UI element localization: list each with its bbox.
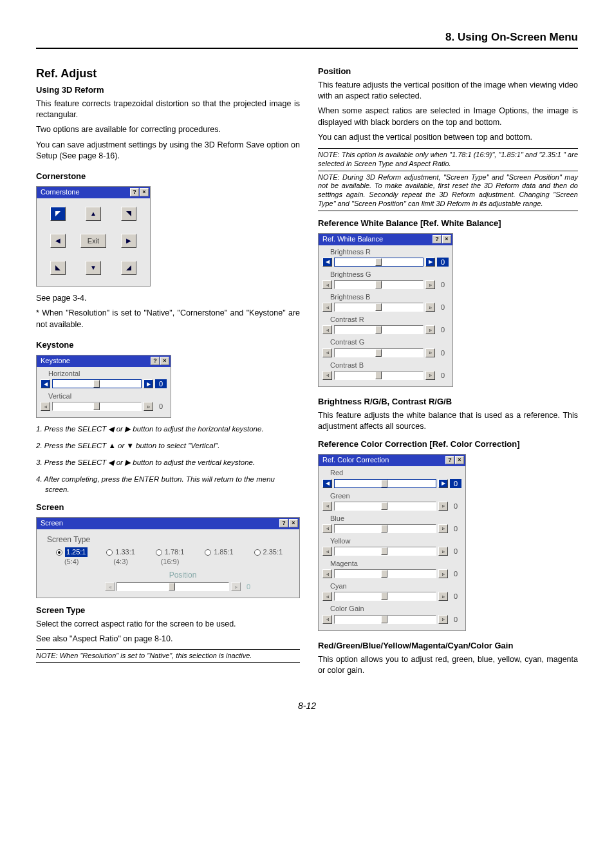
slider-track[interactable] (334, 615, 436, 624)
adjust-slider[interactable]: ◃▹0 (321, 303, 450, 314)
note-text: NOTE: This option is available only when… (318, 148, 578, 171)
slider-track[interactable] (334, 547, 436, 556)
corner-bottom-right-button[interactable] (121, 261, 136, 275)
radio-125[interactable]: 1.25:1(5:4) (47, 547, 96, 567)
arrow-right-icon: ▹ (231, 582, 241, 591)
dialog-title: Keystone (41, 356, 70, 366)
arrow-right-icon[interactable]: ▹ (425, 371, 435, 380)
arrow-left-icon[interactable]: ◃ (41, 402, 50, 411)
adjust-slider[interactable]: ◃▹0 (321, 524, 463, 536)
arrow-right-icon[interactable]: ▹ (425, 325, 435, 334)
arrow-left-icon[interactable]: ◀ (322, 479, 332, 488)
adjust-slider[interactable]: ◃▹0 (321, 547, 463, 558)
close-icon[interactable]: × (455, 456, 464, 464)
position-slider: ◃ ▹ 0 (47, 582, 293, 591)
close-icon[interactable]: × (140, 188, 149, 196)
slider-track[interactable] (334, 524, 436, 533)
help-icon[interactable]: ? (130, 188, 139, 196)
exit-button[interactable]: Exit (80, 234, 106, 248)
body-text: Select the correct aspect ratio for the … (36, 619, 300, 630)
slider-value: 0 (155, 402, 167, 411)
heading-position: Position (318, 66, 578, 77)
arrow-right-icon[interactable]: ▹ (438, 569, 448, 578)
instruction-list: 1. Press the SELECT ◀ or ▶ button to adj… (36, 424, 300, 495)
slider-track[interactable] (334, 371, 423, 380)
corner-bottom-left-button[interactable] (50, 261, 66, 275)
corner-top-left-button[interactable] (50, 207, 66, 221)
adjust-slider[interactable]: ◃▹0 (321, 615, 463, 627)
arrow-left-icon[interactable]: ◃ (322, 325, 332, 334)
vertical-slider[interactable]: ◃ ▹ 0 (39, 402, 168, 413)
slider-track[interactable] (334, 280, 423, 289)
arrow-left-icon[interactable]: ◀ (322, 258, 332, 267)
arrow-right-icon[interactable]: ▶ (425, 258, 435, 267)
arrow-left-icon[interactable]: ◃ (322, 280, 332, 289)
edge-bottom-button[interactable]: ▼ (86, 261, 101, 275)
arrow-left-icon[interactable]: ◃ (322, 547, 332, 556)
step: 2. Press the SELECT ▲ or ▼ button to sel… (36, 441, 300, 451)
slider-track (116, 582, 229, 591)
step: 4. After completing, press the ENTER but… (36, 475, 300, 495)
arrow-left-icon[interactable]: ◃ (322, 348, 332, 357)
arrow-right-icon[interactable]: ▹ (425, 348, 435, 357)
edge-left-button[interactable]: ◀ (50, 234, 66, 248)
close-icon[interactable]: × (160, 357, 169, 365)
slider-track[interactable] (334, 479, 436, 488)
arrow-right-icon[interactable]: ▶ (438, 479, 448, 488)
edge-top-button[interactable]: ▲ (86, 207, 101, 221)
slider-label: Contrast B (321, 360, 450, 371)
radio-235[interactable]: 2.35:1 (244, 547, 293, 567)
slider-label: Contrast R (321, 314, 450, 325)
arrow-left-icon[interactable]: ◃ (322, 592, 332, 601)
arrow-right-icon[interactable]: ▹ (425, 280, 435, 289)
arrow-right-icon[interactable]: ▹ (425, 303, 435, 312)
corner-top-right-button[interactable] (121, 207, 136, 221)
adjust-slider[interactable]: ◃▹0 (321, 502, 463, 513)
adjust-slider[interactable]: ◀▶0 (321, 258, 450, 269)
edge-right-button[interactable]: ▶ (121, 234, 136, 248)
close-icon[interactable]: × (289, 519, 298, 527)
arrow-right-icon[interactable]: ▹ (438, 547, 448, 556)
slider-track[interactable] (334, 303, 423, 312)
adjust-slider[interactable]: ◃▹0 (321, 371, 450, 382)
arrow-left-icon[interactable]: ◃ (322, 615, 332, 624)
help-icon[interactable]: ? (433, 235, 442, 243)
arrow-left-icon[interactable]: ◃ (322, 371, 332, 380)
adjust-slider[interactable]: ◃▹0 (321, 569, 463, 581)
radio-133[interactable]: 1.33:1(4:3) (96, 547, 145, 567)
arrow-right-icon[interactable]: ▹ (144, 402, 153, 411)
arrow-right-icon[interactable]: ▶ (144, 379, 153, 388)
arrow-right-icon[interactable]: ▹ (438, 502, 448, 511)
arrow-left-icon[interactable]: ◃ (322, 569, 332, 578)
slider-track[interactable] (334, 569, 436, 578)
arrow-right-icon[interactable]: ▹ (438, 524, 448, 533)
adjust-slider[interactable]: ◃▹0 (321, 280, 450, 292)
slider-track[interactable] (334, 325, 423, 334)
slider-track[interactable] (334, 502, 436, 511)
slider-track[interactable] (334, 348, 423, 357)
arrow-left-icon[interactable]: ◀ (41, 379, 50, 388)
radio-185[interactable]: 1.85:1 (194, 547, 243, 567)
slider-track[interactable] (52, 402, 142, 411)
help-icon[interactable]: ? (445, 456, 454, 464)
adjust-slider[interactable]: ◃▹0 (321, 592, 463, 603)
screen-type-label: Screen Type (47, 534, 293, 545)
help-icon[interactable]: ? (151, 357, 160, 365)
arrow-left-icon[interactable]: ◃ (322, 524, 332, 533)
slider-value: 0 (437, 371, 449, 380)
adjust-slider[interactable]: ◃▹0 (321, 348, 450, 360)
help-icon[interactable]: ? (279, 519, 288, 527)
arrow-right-icon[interactable]: ▹ (438, 615, 448, 624)
adjust-slider[interactable]: ◃▹0 (321, 325, 450, 337)
arrow-left-icon[interactable]: ◃ (322, 502, 332, 511)
horizontal-slider[interactable]: ◀ ▶ 0 (39, 379, 168, 391)
body-text: This option allows you to adjust red, gr… (318, 654, 578, 677)
close-icon[interactable]: × (442, 235, 451, 243)
slider-track[interactable] (334, 592, 436, 601)
slider-track[interactable] (52, 379, 142, 388)
radio-178[interactable]: 1.78:1(16:9) (145, 547, 194, 567)
slider-track[interactable] (334, 258, 423, 267)
adjust-slider[interactable]: ◀▶0 (321, 479, 463, 491)
arrow-left-icon[interactable]: ◃ (322, 303, 332, 312)
arrow-right-icon[interactable]: ▹ (438, 592, 448, 601)
